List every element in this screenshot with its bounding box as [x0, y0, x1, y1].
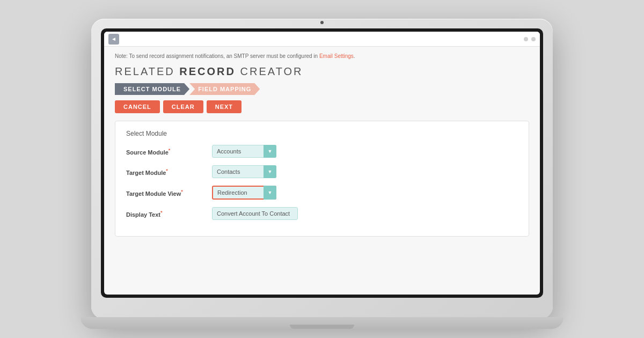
action-buttons: CANCEL CLEAR NEXT [115, 100, 529, 113]
clear-button[interactable]: CLEAR [163, 100, 203, 113]
display-text-input[interactable] [212, 207, 298, 220]
main-content: Note: To send record assignment notifica… [104, 47, 540, 295]
window-dot-2 [531, 37, 536, 41]
back-icon: ◄ [111, 36, 116, 42]
step-field-mapping-label: Field Mapping [198, 86, 251, 92]
step-select-module-label: Select Module [123, 86, 181, 92]
target-module-view-select-wrapper: Redirection ▼ [212, 186, 276, 200]
form-section-title: Select Module [126, 130, 518, 137]
display-text-control [212, 207, 298, 220]
page-title-part3: CREATOR [236, 65, 303, 77]
target-module-view-select[interactable]: Redirection [212, 186, 276, 200]
source-module-row: Source Module* Accounts ▼ [126, 145, 518, 158]
display-text-row: Display Text* [126, 207, 518, 220]
target-module-control: Contacts ▼ [212, 165, 298, 178]
source-module-select[interactable]: Accounts [212, 145, 276, 158]
source-module-label: Source Module* [126, 148, 212, 156]
stepper: Select Module Field Mapping [115, 83, 529, 95]
source-module-control: Accounts ▼ [212, 145, 298, 158]
source-module-select-wrapper: Accounts ▼ [212, 145, 276, 158]
camera [320, 21, 324, 24]
notice-bar: Note: To send record assignment notifica… [115, 53, 529, 59]
target-module-select-wrapper: Contacts ▼ [212, 165, 276, 178]
page-title-part2: RECORD [179, 65, 236, 77]
window-dot-1 [524, 37, 528, 41]
top-bar: ◄ [104, 32, 540, 47]
notice-text: Note: To send record assignment notifica… [115, 53, 319, 59]
target-module-select[interactable]: Contacts [212, 165, 276, 178]
email-settings-link[interactable]: Email Settings [319, 53, 354, 59]
target-module-view-row: Target Module View* Redirection ▼ [126, 186, 518, 200]
step-select-module[interactable]: Select Module [115, 83, 189, 95]
page-title: RELATED RECORD CREATOR [115, 65, 529, 78]
form-card: Select Module Source Module* Accounts [115, 121, 529, 237]
laptop-base [80, 317, 564, 329]
display-text-label: Display Text* [126, 210, 212, 218]
cancel-button[interactable]: CANCEL [115, 100, 160, 113]
next-button[interactable]: NEXT [207, 100, 241, 113]
target-module-label: Target Module* [126, 168, 212, 176]
page-title-part1: RELATED [115, 65, 179, 77]
target-module-view-control: Redirection ▼ [212, 186, 298, 200]
window-controls [524, 37, 536, 41]
target-module-row: Target Module* Contacts ▼ [126, 165, 518, 178]
back-button[interactable]: ◄ [108, 34, 119, 45]
step-field-mapping[interactable]: Field Mapping [189, 83, 260, 95]
notice-period: . [354, 53, 355, 59]
target-module-view-label: Target Module View* [126, 189, 212, 197]
